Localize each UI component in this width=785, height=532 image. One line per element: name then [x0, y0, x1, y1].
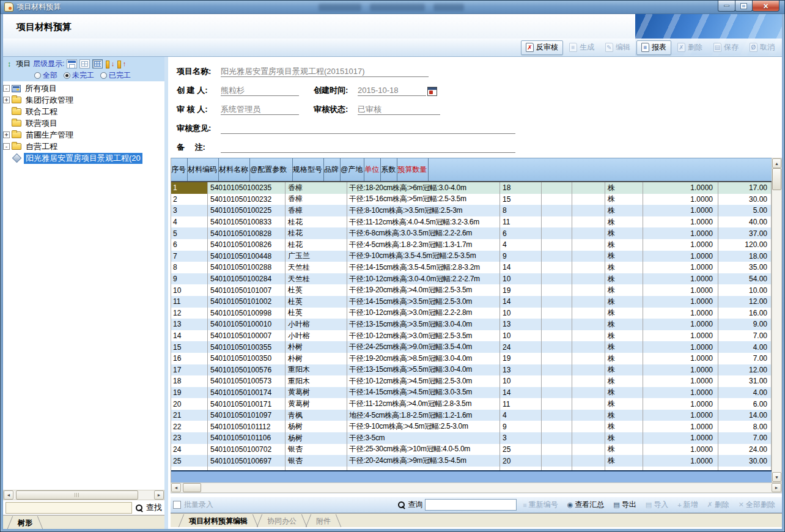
cell-params[interactable]: 干径:18-20cm株高:>6m冠幅:3.0-4.0m — [347, 182, 500, 194]
table-row[interactable]: 22 540101050101112 杨树 干径:9-10cm株高:>4.5m冠… — [171, 421, 772, 432]
tree-horizontal-scrollbar[interactable]: ◄ ► — [3, 490, 164, 500]
cell-coef[interactable]: 1.0000 — [643, 194, 718, 205]
cell-coef[interactable]: 1.0000 — [643, 375, 718, 387]
cell-qty[interactable]: 10.00 — [718, 284, 772, 296]
cell-code[interactable]: 540101050100007 — [208, 330, 286, 342]
cell-origin[interactable] — [572, 194, 605, 205]
cell-origin[interactable] — [572, 455, 605, 467]
cell-name[interactable]: 黄葛树 — [286, 398, 347, 410]
cell-code[interactable]: 540101050100235 — [208, 182, 286, 194]
cell-coef[interactable]: 1.0000 — [643, 262, 718, 273]
cell-code[interactable]: 540101050101097 — [208, 410, 286, 421]
table-row[interactable]: 19 540101050100174 黄葛树 干径:14-15cm株高:>4.5… — [171, 387, 772, 399]
scroll-down-icon[interactable]: ▼ — [772, 472, 781, 482]
cell-unit[interactable]: 株 — [605, 455, 643, 467]
cell-brand[interactable] — [542, 227, 572, 239]
cell-seq[interactable]: 15 — [171, 341, 208, 353]
cell-params[interactable]: 干径:6-8cm株高:3.0-3.5m冠幅:2.2-2.6m — [347, 227, 500, 239]
cell-coef[interactable]: 1.0000 — [643, 444, 718, 456]
cell-seq[interactable]: 13 — [171, 319, 208, 330]
cell-params[interactable]: 干径:14-15cm株高:>4.5m冠幅:3.0-3.5m — [347, 387, 500, 399]
cell-name[interactable]: 杜英 — [286, 296, 347, 308]
grid-horizontal-scrollbar[interactable]: ◄ ► — [171, 482, 782, 493]
cell-unit[interactable]: 株 — [605, 273, 643, 285]
cell-brand[interactable] — [542, 205, 572, 216]
table-row[interactable]: 7 540101050100448 广玉兰 干径:9-10cm株高:3.5-4.… — [171, 251, 772, 262]
cell-spec[interactable]: 19 — [500, 353, 542, 364]
cell-origin[interactable] — [572, 375, 605, 387]
cell-brand[interactable] — [542, 398, 572, 410]
column-header[interactable]: 单位 — [364, 158, 381, 181]
cell-spec[interactable]: 6 — [500, 227, 542, 239]
cell-params[interactable]: 干径:19-20cm株高:>4.0m冠幅:2.5-3.5m — [347, 284, 500, 296]
scroll-up-icon[interactable]: ▲ — [772, 158, 781, 168]
cell-origin[interactable] — [572, 421, 605, 432]
cell-origin[interactable] — [572, 239, 605, 251]
cell-brand[interactable] — [542, 421, 572, 432]
add-row-button[interactable]: + 新增 — [674, 500, 701, 510]
cell-coef[interactable]: 1.0000 — [643, 341, 718, 353]
cell-seq[interactable]: 3 — [171, 205, 208, 216]
cell-seq[interactable]: 8 — [171, 262, 208, 273]
cell-seq[interactable]: 2 — [171, 194, 208, 205]
cell-unit[interactable]: 株 — [605, 353, 643, 364]
cell-code[interactable]: 540101050100288 — [208, 262, 286, 273]
cell-unit[interactable]: 株 — [605, 239, 643, 251]
cell-name[interactable]: 重阳木 — [286, 375, 347, 387]
cell-qty[interactable]: 24.00 — [718, 444, 772, 456]
cell-unit[interactable]: 株 — [605, 262, 643, 273]
cell-coef[interactable]: 1.0000 — [643, 387, 718, 399]
cell-unit[interactable]: 株 — [605, 364, 643, 376]
cell-unit[interactable]: 株 — [605, 194, 643, 205]
tree-find-input[interactable] — [6, 502, 132, 514]
cell-params[interactable]: 干径:13-15cm株高:>5.5m冠幅:3.0-4.0m — [347, 364, 500, 376]
scroll-right-icon[interactable]: ► — [154, 490, 164, 500]
cell-params[interactable]: 干径:14-15cm株高:3.5-4.5m冠幅:2.8-3.2m — [347, 262, 500, 273]
bottom-tab[interactable]: 附件 — [306, 514, 341, 527]
column-header[interactable]: 材料名称 — [219, 158, 250, 181]
refresh-icon[interactable]: ↕ — [5, 60, 13, 68]
cell-params[interactable]: 干径:13-15cm株高:>3.5m冠幅:3.0-4.0m — [347, 319, 500, 330]
cell-name[interactable]: 小叶榕 — [286, 330, 347, 342]
cell-code[interactable]: 540101050100697 — [208, 455, 286, 467]
cell-seq[interactable]: 18 — [171, 375, 208, 387]
cell-spec[interactable]: 10 — [500, 330, 542, 342]
cell-code[interactable]: 540101050100174 — [208, 387, 286, 399]
cell-name[interactable]: 黄葛树 — [286, 387, 347, 399]
import-button[interactable]: ▤ 导入 — [643, 500, 671, 510]
cell-params[interactable]: 干径:10-12cm株高:>3.0m冠幅:2.2-2.8m — [347, 308, 500, 319]
cell-spec[interactable]: 18 — [500, 182, 542, 194]
cell-name[interactable]: 香樟 — [286, 194, 347, 205]
cell-origin[interactable] — [572, 216, 605, 228]
cell-unit[interactable]: 株 — [605, 444, 643, 456]
cell-brand[interactable] — [542, 455, 572, 467]
cell-seq[interactable]: 12 — [171, 308, 208, 319]
cell-brand[interactable] — [542, 251, 572, 262]
cell-code[interactable]: 540101050100355 — [208, 341, 286, 353]
edit-button[interactable]: ✎ 编辑 — [600, 40, 635, 55]
table-row[interactable]: 5 540101050100828 桂花 干径:6-8cm株高:3.0-3.5m… — [171, 227, 772, 239]
cell-params[interactable]: 干径:19-20cm株高:>8.5m冠幅:3.0-4.0m — [347, 353, 500, 364]
tree-item[interactable]: + 苗圃生产管理 — [3, 129, 164, 141]
column-header[interactable]: 序号 — [171, 158, 188, 181]
table-row[interactable]: 16 540101050100350 朴树 干径:19-20cm株高:>8.5m… — [171, 353, 772, 364]
cell-spec[interactable]: 14 — [500, 296, 542, 308]
cell-code[interactable]: 540101050100826 — [208, 239, 286, 251]
tree-expander[interactable]: + — [3, 131, 10, 138]
cell-brand[interactable] — [542, 432, 572, 444]
cell-name[interactable]: 朴树 — [286, 353, 347, 364]
table-row[interactable]: 20 540101050100171 黄葛树 干径:11-12cm株高:>4.0… — [171, 398, 772, 410]
tree-item[interactable]: - 所有项目 — [3, 83, 164, 94]
cell-origin[interactable] — [572, 432, 605, 444]
cell-name[interactable]: 青枫 — [286, 410, 347, 421]
creator-field[interactable]: 熊粒杉 — [221, 84, 299, 96]
table-row[interactable]: 15 540101050100355 朴树 干径:24-25cm株高:>9.0m… — [171, 341, 772, 353]
cell-unit[interactable]: 株 — [605, 251, 643, 262]
reverse-audit-button[interactable]: ✗ 反审核 — [521, 40, 563, 55]
cell-qty[interactable]: 12.00 — [718, 296, 772, 308]
cell-name[interactable]: 桂花 — [286, 239, 347, 251]
delete-row-button[interactable]: ✗ 删除 — [704, 500, 732, 510]
scroll-left-icon[interactable]: ◄ — [4, 490, 13, 500]
cell-unit[interactable]: 株 — [605, 410, 643, 421]
cell-code[interactable]: 540101050100833 — [208, 216, 286, 228]
